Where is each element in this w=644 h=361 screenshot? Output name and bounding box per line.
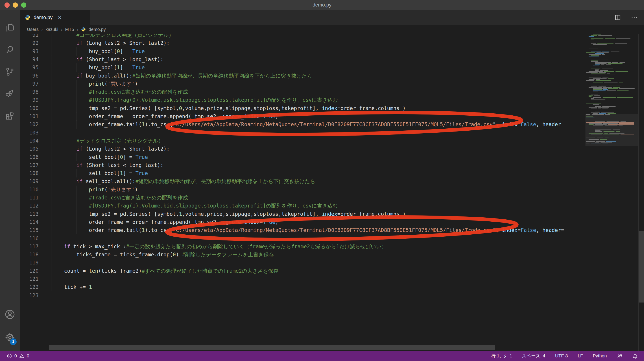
code-line[interactable]: if (Long_last2 < Short_last2): [52,145,585,153]
code-line[interactable]: #[USDJPY,frag(1),Volume,bid,slippage,sto… [52,202,585,210]
line-number[interactable]: 106 [22,153,38,161]
vertical-scrollbar[interactable] [638,34,644,351]
line-number[interactable]: 113 [22,210,38,218]
notifications-bell-icon[interactable] [632,353,638,359]
line-number[interactable]: 98 [22,88,38,96]
minimize-window-button[interactable] [13,2,18,7]
tab-close-icon[interactable]: × [58,14,61,20]
vertical-scrollbar-thumb[interactable] [639,231,644,303]
code-line[interactable]: #デッドクロス判定（売りシグナル） [52,137,585,145]
line-number[interactable]: 119 [22,259,38,267]
line-number[interactable]: 118 [22,251,38,259]
code-line[interactable]: order_frame.tail(1).to_csv("C:/Users/eta… [52,226,585,234]
line-number[interactable]: 97 [22,80,38,88]
code-line[interactable] [52,129,585,137]
line-number[interactable]: 117 [22,243,38,251]
source-control-icon[interactable] [0,62,20,81]
horizontal-scrollbar-thumb[interactable] [49,345,495,350]
code-line[interactable]: print('売ります') [52,186,585,194]
line-number[interactable]: 116 [22,234,38,243]
code-line[interactable]: ticks_frame = ticks_frame.drop(0) #削除したデ… [52,251,585,259]
feedback-icon[interactable] [617,353,622,359]
code-line[interactable]: if (Short_last > Long_last): [52,55,585,64]
code-line[interactable]: #ゴールデンクロス判定（買いシグナル） [52,34,585,39]
line-number[interactable]: 101 [22,112,38,121]
code-line[interactable]: tmp_se2 = pd.Series( [symbol,0,volume,pr… [52,104,585,112]
settings-gear-icon[interactable]: 1 [0,328,20,347]
code-line[interactable] [52,259,585,267]
line-number[interactable]: 102 [22,120,38,129]
breadcrumb-item[interactable]: kazuki [46,27,58,32]
indent-guide [52,243,52,251]
code-line[interactable]: if tick > max_tick :#一定の数を超えたら配列の初めから削除し… [52,243,585,251]
split-editor-icon[interactable] [614,14,621,21]
code-line[interactable]: buy_bool[0] = True [52,47,585,55]
code-line[interactable]: tick += 1 [52,283,585,291]
line-number[interactable]: 99 [22,96,38,104]
breadcrumb-item[interactable]: Users [27,27,38,32]
more-actions-icon[interactable] [630,14,638,21]
line-number[interactable]: 121 [22,275,38,283]
code-line[interactable]: if (Long_last2 > Short_last2): [52,39,585,47]
line-number[interactable]: 100 [22,104,38,112]
line-number[interactable]: 92 [22,39,38,47]
line-number[interactable]: 108 [22,169,38,177]
code-editor[interactable]: 9192939495969798991001011021031041051061… [20,34,644,351]
code-line[interactable]: if buy_bool.all():#短期の単純移動平均線が、長期の単純移動平均… [52,72,585,80]
breadcrumb-item[interactable]: MT5 [65,27,74,32]
extensions-icon[interactable] [0,105,20,125]
code-line[interactable]: if sell_bool.all():#短期の単純移動平均線が、長期の単純移動平… [52,177,585,186]
account-icon[interactable] [0,305,20,324]
line-number[interactable]: 105 [22,145,38,153]
code-line[interactable]: sell_bool[0] = True [52,153,585,161]
line-number[interactable]: 112 [22,202,38,210]
indent-guide [52,161,52,169]
line-number[interactable]: 96 [22,72,38,80]
line-number[interactable]: 104 [22,137,38,145]
indent-guide [76,88,76,96]
code-line[interactable] [52,234,585,243]
tab-demo-py[interactable]: demo.py × [20,10,90,25]
cursor-position[interactable]: 行 1、列 1 [491,353,512,359]
problems-indicator[interactable]: 0 0 [7,354,29,359]
code-line[interactable]: count = len(ticks_frame2)#すべての処理が終了した時点で… [52,267,585,275]
code-line[interactable]: order_frame = order_frame.append( tmp_se… [52,218,585,226]
code-line[interactable]: order_frame.tail(1).to_csv("C:/Users/eta… [52,120,585,129]
code-line[interactable] [52,291,585,300]
line-number[interactable]: 111 [22,194,38,202]
code-line[interactable]: if (Short_last < Long_last): [52,161,585,169]
close-window-button[interactable] [4,2,10,7]
explorer-icon[interactable] [0,18,20,38]
code-line[interactable]: order_frame = order_frame.append( tmp_se… [52,112,585,121]
line-number[interactable]: 114 [22,218,38,226]
line-number[interactable]: 122 [22,283,38,291]
line-number[interactable]: 120 [22,267,38,275]
code-line[interactable] [52,275,585,283]
line-number[interactable]: 109 [22,177,38,186]
minimap-slider[interactable] [586,114,638,146]
line-number[interactable]: 103 [22,129,38,137]
indentation-setting[interactable]: スペース: 4 [522,353,545,359]
code-line[interactable]: tmp_se2 = pd.Series( [symbol,1,volume,pr… [52,210,585,218]
language-mode[interactable]: Python [593,354,607,359]
code-line[interactable]: print('買います') [52,80,585,88]
line-number[interactable]: 93 [22,47,38,55]
code-line[interactable]: #[USDJPY,frag(0),Volume,ask,slippage,sto… [52,96,585,104]
run-debug-icon[interactable] [0,83,20,103]
line-number[interactable]: 95 [22,63,38,72]
encoding[interactable]: UTF-8 [555,354,568,359]
code-line[interactable]: #Trade.csvに書き込むための配列を作成 [52,88,585,96]
eol-setting[interactable]: LF [578,354,583,359]
code-line[interactable]: sell_bool[1] = True [52,169,585,177]
code-line[interactable]: buy_bool[1] = True [52,63,585,72]
code-line[interactable]: #Trade.csvに書き込むための配列を作成 [52,194,585,202]
line-number[interactable]: 91 [22,34,38,39]
line-number[interactable]: 107 [22,161,38,169]
line-number[interactable]: 110 [22,186,38,194]
line-number[interactable]: 115 [22,226,38,234]
maximize-window-button[interactable] [21,2,26,7]
breadcrumb-item[interactable]: demo.py [88,27,106,32]
line-number[interactable]: 94 [22,55,38,64]
line-number[interactable]: 123 [22,291,38,300]
search-icon[interactable] [0,40,20,60]
